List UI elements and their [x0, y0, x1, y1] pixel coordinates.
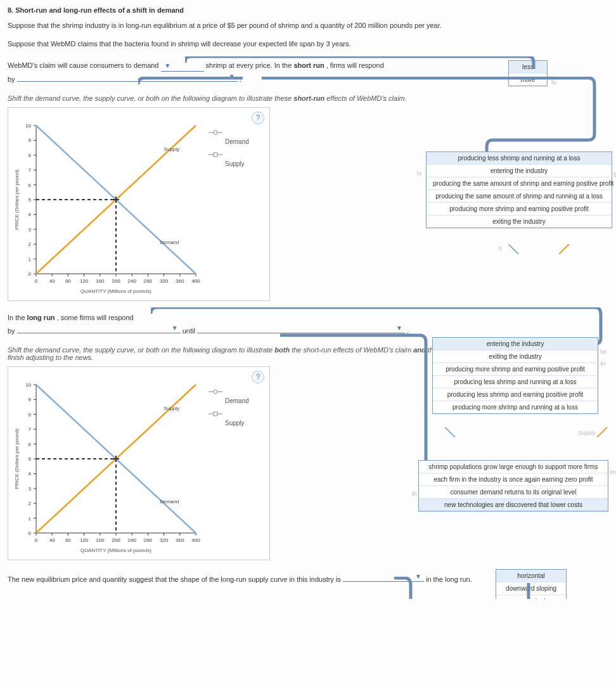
svg-text:4: 4 [29, 212, 32, 217]
dropdown-short-run-response[interactable]: ▼ [17, 72, 238, 82]
svg-text:320: 320 [160, 537, 169, 543]
dropdown-option[interactable]: consumer demand returns to its original … [419, 486, 608, 499]
svg-text:280: 280 [144, 537, 153, 543]
svg-text:7: 7 [29, 167, 32, 173]
dropdown-option[interactable]: entering the industry [427, 165, 612, 177]
diagram-instruction-1: Shift the demand curve, the supply curve… [8, 94, 608, 102]
dropdown-options-shape[interactable]: horizontal downward sloping upward slopi… [496, 569, 567, 599]
svg-line-118 [445, 427, 455, 437]
svg-text:7: 7 [29, 427, 32, 432]
svg-text:240: 240 [128, 278, 137, 284]
svg-text:3: 3 [29, 227, 32, 233]
svg-point-55 [214, 131, 217, 134]
svg-text:QUANTITY (Millions of pounds): QUANTITY (Millions of pounds) [80, 288, 151, 294]
ghost-line [445, 427, 458, 437]
svg-text:Demand: Demand [160, 499, 179, 504]
svg-text:3: 3 [29, 486, 32, 492]
dropdown-options-amount[interactable]: less more [508, 60, 548, 86]
legend-symbol-demand [209, 388, 222, 395]
text-fragment: WebMD's claim will cause consumers to de… [8, 61, 161, 69]
dropdown-option[interactable]: exiting the industry [433, 350, 598, 363]
ghost-text: im [610, 469, 616, 475]
supply-demand-chart[interactable]: 0408012016020024028032036040001234567891… [12, 378, 202, 556]
text-fragment: The new equilibrium price and quantity s… [8, 575, 343, 583]
text-fragment: effects of WebMD's claim. [326, 94, 407, 102]
dropdown-options-until[interactable]: shrimp populations grow large enough to … [418, 460, 608, 511]
ghost-text: hi [417, 170, 421, 177]
dropdown-option[interactable]: producing the same amount of shrimp and … [427, 177, 612, 190]
svg-text:400: 400 [191, 278, 200, 284]
help-icon[interactable]: ? [252, 112, 264, 124]
svg-text:120: 120 [80, 537, 89, 543]
dropdown-option[interactable]: new technologies are discovered that low… [419, 499, 608, 511]
chart-legend: Demand Supply [209, 386, 249, 429]
dropdown-options-long-run[interactable]: entering the industry exiting the indust… [432, 337, 598, 414]
dropdown-option[interactable]: more [509, 74, 547, 86]
svg-text:0: 0 [35, 537, 38, 543]
svg-text:0: 0 [29, 271, 32, 277]
sentence-long-run: In the long run , some firms will respon… [8, 312, 608, 336]
text-fragment: shrimp at every price. In the [206, 61, 294, 69]
caret-down-icon: ▼ [170, 323, 178, 333]
dropdown-option[interactable]: producing less shrimp and running at a l… [427, 152, 612, 165]
supply-demand-chart[interactable]: 0408012016020024028032036040001234567891… [12, 119, 202, 297]
dropdown-option[interactable]: downward sloping [496, 582, 566, 595]
svg-text:Supply: Supply [164, 146, 179, 152]
dropdown-option[interactable]: producing less shrimp and running at a l… [433, 376, 598, 388]
ghost-text: he [600, 349, 606, 355]
caret-down-icon: ▼ [164, 62, 171, 69]
dropdown-until-condition[interactable]: ▼ [197, 323, 405, 333]
dropdown-option[interactable]: producing more shrimp and earning positi… [433, 363, 598, 376]
diagram-2[interactable]: ? 04080120160200240280320360400012345678… [8, 366, 270, 560]
ghost-text: fo [551, 79, 556, 86]
text-fragment: by [8, 327, 17, 335]
dropdown-option[interactable]: upward sloping [496, 595, 566, 599]
dropdown-option[interactable]: producing more shrimp and running at a l… [433, 401, 598, 413]
svg-text:0: 0 [35, 278, 38, 284]
svg-rect-57 [214, 153, 217, 157]
ghost-line [508, 244, 521, 254]
help-icon[interactable]: ? [252, 371, 264, 383]
dropdown-options-short-run[interactable]: producing less shrimp and running at a l… [426, 151, 612, 228]
legend-symbol-supply [209, 151, 222, 158]
diagram-1[interactable]: ? 04080120160200240280320360400012345678… [8, 107, 270, 301]
caret-down-icon: ▼ [395, 323, 402, 333]
svg-rect-117 [214, 412, 217, 416]
dropdown-option[interactable]: producing less shrimp and earning positi… [433, 388, 598, 401]
svg-text:2: 2 [29, 241, 32, 247]
legend-symbol-supply [209, 411, 222, 417]
svg-text:1: 1 [29, 257, 32, 262]
svg-text:10: 10 [25, 382, 31, 388]
svg-text:160: 160 [96, 537, 105, 543]
svg-text:8: 8 [29, 153, 32, 158]
dropdown-option[interactable]: producing the same amount of shrimp and … [427, 190, 612, 203]
text-fragment: . [407, 327, 409, 335]
svg-text:240: 240 [128, 537, 137, 543]
svg-text:80: 80 [65, 537, 71, 543]
svg-text:4: 4 [29, 471, 32, 477]
text-fragment: Shift the demand curve, the supply curve… [8, 346, 274, 354]
ghost-text: 8 [499, 245, 502, 252]
dropdown-option[interactable]: exiting the industry [427, 215, 612, 228]
ghost-text: th [412, 491, 417, 497]
dropdown-option[interactable]: horizontal [496, 570, 566, 582]
dropdown-supply-shape[interactable]: ▼ [343, 572, 424, 582]
svg-text:120: 120 [80, 278, 89, 284]
svg-text:6: 6 [29, 442, 32, 447]
text-fragment: until [183, 327, 197, 335]
ghost-line [597, 427, 610, 437]
dropdown-long-run-response[interactable]: ▼ [17, 323, 181, 333]
dropdown-option[interactable]: less [509, 61, 547, 74]
svg-text:160: 160 [96, 278, 105, 284]
dropdown-option[interactable]: shrimp populations grow large enough to … [419, 461, 608, 473]
text-bold: short-run [293, 94, 324, 102]
svg-text:360: 360 [176, 537, 184, 543]
dropdown-option[interactable]: entering the industry [433, 338, 598, 350]
dropdown-option[interactable]: producing more shrimp and earning positi… [427, 203, 612, 215]
svg-text:400: 400 [191, 537, 200, 543]
svg-text:5: 5 [29, 456, 32, 462]
svg-text:280: 280 [144, 278, 153, 284]
dropdown-demand-amount[interactable]: ▼ [161, 60, 204, 72]
dropdown-option[interactable]: each firm in the industry is once again … [419, 473, 608, 486]
text-fragment: . [240, 75, 241, 83]
